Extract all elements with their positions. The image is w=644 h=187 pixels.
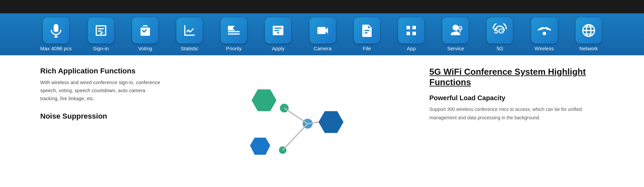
toolbar-icon-box-max4096 [43, 17, 69, 44]
toolbar-icon-box-signin [88, 17, 114, 44]
apply-icon [271, 23, 285, 38]
toolbar-item-5g[interactable]: 5G 5G [485, 17, 515, 51]
statistic-icon [182, 23, 197, 38]
toolbar-item-app[interactable]: App [396, 17, 426, 51]
toolbar-item-voting[interactable]: Voting [130, 17, 160, 51]
toolbar-icon-box-camera [310, 17, 336, 44]
toolbar-label-5g: 5G [496, 46, 503, 51]
toolbar-icon-box-file [354, 17, 380, 44]
toolbar-label-network: Network [579, 46, 598, 51]
hex-blue-right [319, 111, 343, 133]
toolbar-item-file[interactable]: File [352, 17, 382, 51]
toolbar-item-apply[interactable]: Apply [263, 17, 293, 51]
toolbar-item-network[interactable]: Network [574, 17, 604, 51]
toolbar-item-priority[interactable]: Priority [219, 17, 249, 51]
toolbar-icon-box-5g: 5G [487, 17, 513, 44]
content-area: Rich Application Functions With wireless… [0, 55, 644, 184]
service-icon [448, 23, 463, 38]
toolbar-label-signin: Sign-in [93, 46, 109, 51]
line-top-mid [284, 108, 308, 124]
toolbar-icon-box-apply [265, 17, 291, 44]
toolbar-label-app: App [407, 46, 416, 51]
top-black-bar [0, 0, 644, 13]
camera-icon [316, 23, 330, 38]
highlight-title: 5G WiFi Conference System Highlight Func… [429, 67, 617, 87]
toolbar-item-wireless[interactable]: Wireless [529, 17, 559, 51]
toolbar-item-signin[interactable]: Sign-in [86, 17, 116, 51]
circle-teal-top [280, 104, 289, 113]
toolbar-label-statistic: Statistic [181, 46, 199, 51]
hex-blue-bottom-left [250, 138, 270, 155]
toolbar-label-voting: Voting [138, 46, 152, 51]
toolbar-icon-box-voting [132, 17, 158, 44]
toolbar-label-camera: Camera [314, 46, 331, 51]
toolbar-label-priority: Priority [226, 46, 242, 51]
toolbar-icon-box-network [576, 17, 602, 44]
signin-icon [94, 23, 108, 38]
toolbar-label-max4096: Max 4096 pcs [40, 46, 71, 51]
middle-graphic [161, 63, 429, 184]
toolbar-icon-box-wireless [531, 17, 557, 44]
toolbar-label-service: Service [447, 46, 464, 51]
rich-application-title: Rich Application Functions [40, 67, 161, 75]
rich-application-body: With wireless and wired conference sign-… [40, 79, 161, 103]
hex-diagram-svg [231, 80, 359, 167]
right-section: 5G WiFi Conference System Highlight Func… [429, 63, 644, 184]
line-bottom-mid [283, 124, 308, 150]
priority-icon [227, 23, 241, 38]
powerful-load-body: Support 300 wireless conference mics to … [429, 105, 604, 122]
network-icon [582, 23, 596, 38]
hex-teal-large [252, 89, 276, 111]
toolbar-item-service[interactable]: Service [440, 17, 471, 51]
fiveg-icon: 5G [493, 23, 507, 38]
toolbar-icon-box-app [398, 17, 424, 44]
file-icon [360, 23, 374, 38]
toolbar-item-camera[interactable]: Camera [308, 17, 338, 51]
toolbar-label-apply: Apply [272, 46, 285, 51]
voting-icon [138, 23, 152, 38]
toolbar-item-statistic[interactable]: Statistic [174, 17, 205, 51]
mic-icon [49, 23, 63, 38]
toolbar-label-wireless: Wireless [535, 46, 554, 51]
toolbar-icon-box-statistic [176, 17, 203, 44]
toolbar-icon-box-service [442, 17, 469, 44]
icon-toolbar: Max 4096 pcs Sign-in Voting Statistic [0, 13, 644, 55]
wireless-icon [537, 23, 551, 38]
app-icon [404, 23, 418, 38]
toolbar-item-max4096[interactable]: Max 4096 pcs [40, 17, 71, 51]
toolbar-label-file: File [363, 46, 371, 51]
powerful-load-title: Powerful Load Capacity [429, 94, 617, 102]
toolbar-icon-box-priority [221, 17, 247, 44]
noise-suppression-title: Noise Suppression [40, 112, 161, 121]
left-section: Rich Application Functions With wireless… [0, 63, 161, 184]
